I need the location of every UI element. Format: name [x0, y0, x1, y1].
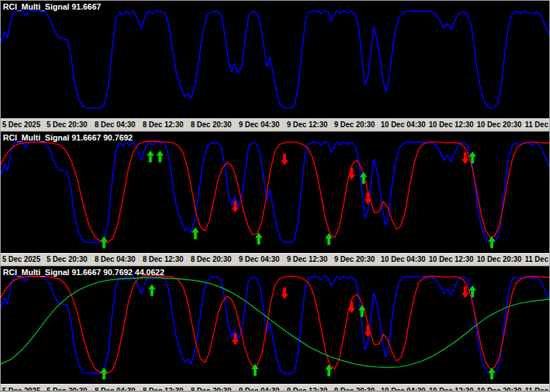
time-axis-label: 9 Dec 12:30	[287, 255, 327, 263]
time-axis-label: 9 Dec 20:30	[334, 255, 375, 263]
time-axis-label: 8 Dec 20:30	[191, 255, 231, 263]
series-line-rci-fast	[1, 142, 549, 243]
time-axis-3-partial[interactable]: 5 Dec 20255 Dec 20:308 Dec 04:308 Dec 12…	[1, 384, 549, 391]
signal-arrow-up	[255, 233, 262, 245]
time-axis-label: 8 Dec 12:30	[143, 387, 183, 391]
indicator-label-2: RCI_Multi_Signal 91.6667 90.7692	[3, 133, 132, 142]
signal-arrow-up	[148, 284, 155, 296]
signal-arrow-down	[364, 325, 372, 337]
time-axis-label: 11 Dec 0	[525, 387, 549, 391]
time-axis-label: 8 Dec 20:30	[191, 387, 231, 391]
time-axis-label: 5 Dec 2025	[2, 121, 41, 129]
signal-arrow-down	[281, 154, 288, 166]
chart-canvas	[1, 132, 549, 253]
time-axis-label: 8 Dec 12:30	[143, 255, 183, 263]
time-axis-label: 8 Dec 20:30	[191, 121, 231, 129]
time-axis-label: 10 Dec 12:30	[429, 121, 474, 129]
chart-canvas	[1, 1, 549, 118]
time-axis-label: 9 Dec 20:30	[334, 121, 375, 129]
time-axis-label: 10 Dec 20:30	[477, 121, 522, 129]
time-axis-label: 9 Dec 12:30	[287, 121, 327, 129]
time-axis-label: 5 Dec 2025	[2, 255, 41, 263]
signal-arrow-up	[191, 228, 199, 240]
series-line-rci-mid	[1, 276, 549, 374]
signal-arrow-up	[146, 150, 154, 162]
series-line-rci-fast	[1, 11, 549, 109]
time-axis-label: 11 Dec 0	[525, 121, 549, 129]
series-line-rci-fast	[1, 277, 549, 374]
time-axis-label: 9 Dec 20:30	[334, 387, 375, 391]
time-axis-2[interactable]: 5 Dec 20255 Dec 20:308 Dec 04:308 Dec 12…	[1, 253, 549, 266]
signal-arrow-up	[156, 150, 163, 162]
series-line-rci-slow	[1, 278, 549, 368]
time-axis-label: 10 Dec 20:30	[477, 387, 522, 391]
time-axis-label: 5 Dec 20:30	[47, 255, 87, 263]
time-axis-label: 10 Dec 04:30	[381, 387, 426, 391]
indicator-panel-2[interactable]: RCI_Multi_Signal 91.6667 90.7692	[1, 132, 549, 253]
time-axis-label: 10 Dec 12:30	[429, 387, 474, 391]
time-axis-label: 9 Dec 04:30	[239, 121, 279, 129]
time-axis-label: 5 Dec 20:30	[47, 387, 87, 391]
signal-arrow-down	[281, 287, 288, 299]
time-axis-label: 8 Dec 04:30	[95, 121, 135, 129]
series-line-rci-mid	[1, 141, 549, 243]
time-axis-label: 5 Dec 2025	[2, 387, 41, 391]
time-axis-1[interactable]: 5 Dec 20255 Dec 20:308 Dec 04:308 Dec 12…	[1, 118, 549, 132]
time-axis-label: 10 Dec 12:30	[429, 255, 474, 263]
indicator-window: RCI_Multi_Signal 91.6667 5 Dec 20255 Dec…	[0, 0, 550, 392]
time-axis-label: 5 Dec 20:30	[47, 121, 87, 129]
time-axis-label: 8 Dec 04:30	[95, 255, 135, 263]
indicator-label-1: RCI_Multi_Signal 91.6667	[3, 2, 101, 11]
indicator-label-3: RCI_Multi_Signal 91.6667 90.7692 44.0622	[3, 268, 164, 277]
time-axis-label: 8 Dec 04:30	[95, 387, 135, 391]
time-axis-label: 9 Dec 04:30	[239, 387, 279, 391]
indicator-panel-1[interactable]: RCI_Multi_Signal 91.6667	[1, 1, 549, 118]
chart-canvas	[1, 266, 549, 384]
time-axis-label: 8 Dec 12:30	[143, 121, 183, 129]
time-axis-label: 10 Dec 04:30	[381, 255, 426, 263]
time-axis-label: 9 Dec 12:30	[287, 387, 327, 391]
time-axis-label: 9 Dec 04:30	[239, 255, 279, 263]
time-axis-label: 10 Dec 20:30	[477, 255, 522, 263]
indicator-panel-3[interactable]: RCI_Multi_Signal 91.6667 90.7692 44.0622	[1, 266, 549, 384]
time-axis-label: 11 Dec 0	[525, 255, 549, 263]
time-axis-label: 10 Dec 04:30	[381, 121, 426, 129]
